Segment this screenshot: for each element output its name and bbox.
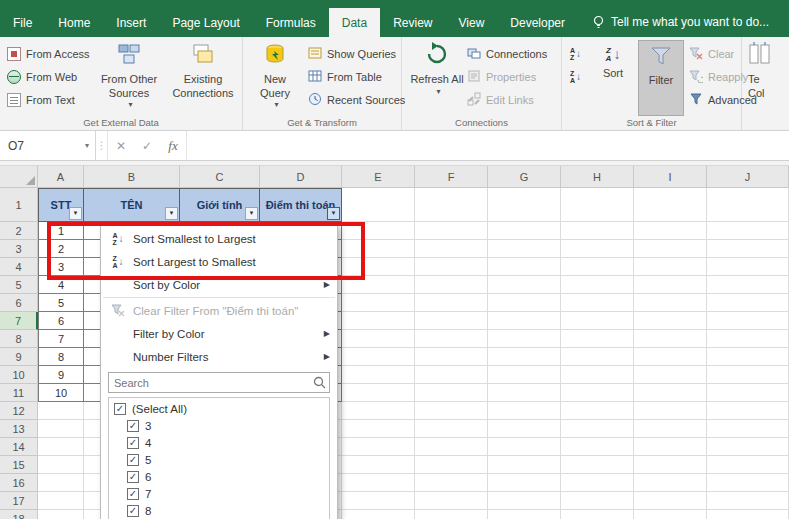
cell-C1[interactable]: Giới tính▼: [180, 188, 260, 222]
row-header-14[interactable]: 14: [0, 438, 38, 456]
column-header-F[interactable]: F: [415, 166, 488, 188]
cell-A12[interactable]: [38, 402, 84, 420]
cell-F7[interactable]: [415, 312, 488, 330]
cell-J8[interactable]: [707, 330, 789, 348]
cell-E12[interactable]: [342, 402, 415, 420]
cell-E5[interactable]: [342, 276, 415, 294]
select-all-corner[interactable]: [0, 166, 38, 188]
from-web-button[interactable]: From Web: [4, 66, 80, 87]
cell-E11[interactable]: [342, 384, 415, 402]
cell-G17[interactable]: [488, 492, 561, 510]
cell-F13[interactable]: [415, 420, 488, 438]
cell-A11[interactable]: 10: [38, 384, 84, 402]
row-header-17[interactable]: 17: [0, 492, 38, 510]
filter-value-item--select-all-[interactable]: ✓(Select All): [109, 400, 329, 417]
row-header-5[interactable]: 5: [0, 276, 38, 294]
filter-value-item-5[interactable]: ✓5: [109, 451, 329, 468]
cell-G15[interactable]: [488, 456, 561, 474]
cell-A15[interactable]: [38, 456, 84, 474]
cell-I14[interactable]: [634, 438, 707, 456]
cell-J15[interactable]: [707, 456, 789, 474]
cell-E15[interactable]: [342, 456, 415, 474]
cell-E9[interactable]: [342, 348, 415, 366]
cell-H12[interactable]: [561, 402, 634, 420]
column-header-J[interactable]: J: [707, 166, 789, 188]
cell-E6[interactable]: [342, 294, 415, 312]
cell-I18[interactable]: [634, 510, 707, 519]
row-header-6[interactable]: 6: [0, 294, 38, 312]
column-header-A[interactable]: A: [38, 166, 84, 188]
cell-E14[interactable]: [342, 438, 415, 456]
row-header-4[interactable]: 4: [0, 258, 38, 276]
cell-H3[interactable]: [561, 240, 634, 258]
cell-I5[interactable]: [634, 276, 707, 294]
cell-H8[interactable]: [561, 330, 634, 348]
cell-G2[interactable]: [488, 222, 561, 240]
filter-value-item-4[interactable]: ✓4: [109, 434, 329, 451]
cell-F8[interactable]: [415, 330, 488, 348]
row-header-7[interactable]: 7: [0, 312, 38, 330]
insert-function-button[interactable]: fx: [160, 138, 186, 154]
checkbox-icon[interactable]: ✓: [127, 437, 139, 449]
cell-E18[interactable]: [342, 510, 415, 519]
cell-G18[interactable]: [488, 510, 561, 519]
tab-formulas[interactable]: Formulas: [253, 8, 329, 37]
text-to-columns-button[interactable]: Te Col: [748, 40, 789, 116]
cell-I2[interactable]: [634, 222, 707, 240]
cell-J17[interactable]: [707, 492, 789, 510]
cell-H1[interactable]: [561, 188, 634, 222]
cell-I3[interactable]: [634, 240, 707, 258]
cell-G5[interactable]: [488, 276, 561, 294]
cell-J1[interactable]: [707, 188, 789, 222]
cell-H6[interactable]: [561, 294, 634, 312]
from-text-button[interactable]: From Text: [4, 89, 78, 110]
cell-H4[interactable]: [561, 258, 634, 276]
cell-H14[interactable]: [561, 438, 634, 456]
cell-I9[interactable]: [634, 348, 707, 366]
filter-dropdown-button-B1[interactable]: ▼: [165, 207, 178, 220]
enter-icon[interactable]: ✓: [134, 139, 160, 153]
cell-H15[interactable]: [561, 456, 634, 474]
filter-search-input[interactable]: [109, 377, 309, 389]
row-header-13[interactable]: 13: [0, 420, 38, 438]
row-header-15[interactable]: 15: [0, 456, 38, 474]
cell-H17[interactable]: [561, 492, 634, 510]
menu-item-filter-by-color[interactable]: Filter by Color ▶: [101, 322, 337, 345]
cell-G6[interactable]: [488, 294, 561, 312]
row-header-10[interactable]: 10: [0, 366, 38, 384]
cell-J13[interactable]: [707, 420, 789, 438]
from-table-button[interactable]: From Table: [305, 66, 385, 87]
cell-F4[interactable]: [415, 258, 488, 276]
cell-G14[interactable]: [488, 438, 561, 456]
cell-I11[interactable]: [634, 384, 707, 402]
cell-G12[interactable]: [488, 402, 561, 420]
cell-F1[interactable]: [415, 188, 488, 222]
cell-A8[interactable]: 7: [38, 330, 84, 348]
checkbox-icon[interactable]: ✓: [114, 403, 126, 415]
cell-F2[interactable]: [415, 222, 488, 240]
cell-F17[interactable]: [415, 492, 488, 510]
row-header-11[interactable]: 11: [0, 384, 38, 402]
menu-item-sort-by-color[interactable]: Sort by Color ▶: [101, 273, 337, 296]
checkbox-icon[interactable]: ✓: [127, 420, 139, 432]
cell-I7[interactable]: [634, 312, 707, 330]
cell-A2[interactable]: 1: [38, 222, 84, 240]
sort-descending-button[interactable]: ZA ↓: [567, 66, 584, 87]
row-header-8[interactable]: 8: [0, 330, 38, 348]
column-header-H[interactable]: H: [561, 166, 634, 188]
cell-A18[interactable]: [38, 510, 84, 519]
cell-A13[interactable]: [38, 420, 84, 438]
filter-value-item-6[interactable]: ✓6: [109, 468, 329, 485]
cell-I8[interactable]: [634, 330, 707, 348]
row-header-1[interactable]: 1: [0, 188, 38, 222]
cell-F3[interactable]: [415, 240, 488, 258]
menu-item-sort-smallest-to-largest[interactable]: AZ ↓ Sort Smallest to Largest: [101, 227, 337, 250]
cell-J11[interactable]: [707, 384, 789, 402]
column-header-D[interactable]: D: [260, 166, 342, 188]
filter-dropdown-button-D1[interactable]: ▼: [327, 207, 340, 220]
cell-E13[interactable]: [342, 420, 415, 438]
cell-J7[interactable]: [707, 312, 789, 330]
cell-A14[interactable]: [38, 438, 84, 456]
tab-insert[interactable]: Insert: [103, 8, 159, 37]
cell-H9[interactable]: [561, 348, 634, 366]
